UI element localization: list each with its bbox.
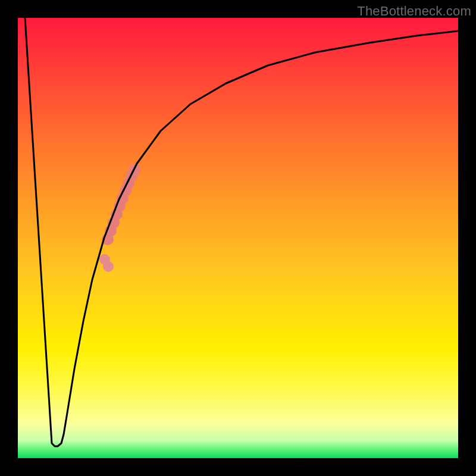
chart-container: TheBottleneck.com (0, 0, 476, 476)
bottleneck-curve (25, 18, 458, 446)
marker-dots-group (99, 164, 140, 272)
watermark-text: TheBottleneck.com (357, 4, 471, 19)
plot-area (18, 18, 458, 458)
marker-dot (103, 261, 114, 272)
chart-svg (18, 18, 458, 458)
